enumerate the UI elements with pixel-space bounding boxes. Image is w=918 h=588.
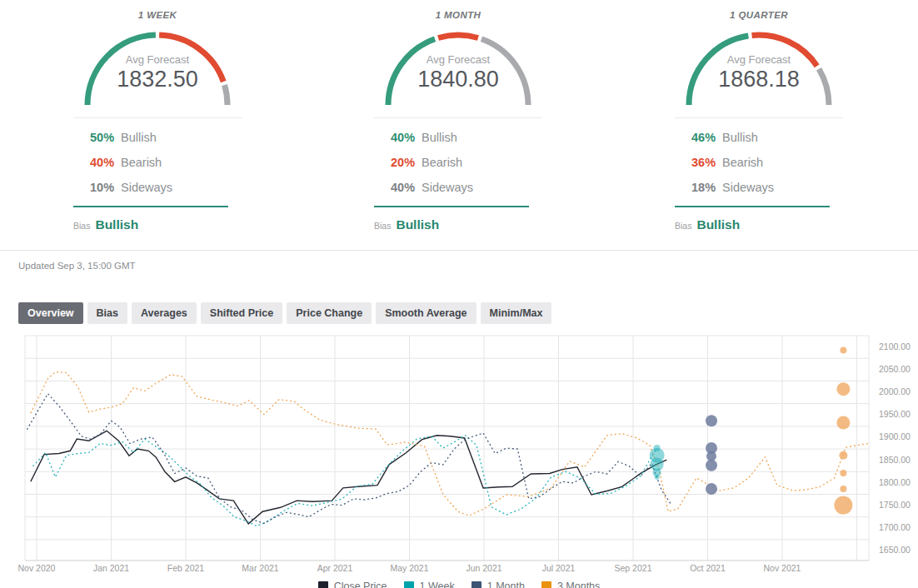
bullish-row: 50% Bullish (90, 125, 242, 150)
gauge-1-month: 1 MONTH Avg Forecast 1840.80 40% Bullish… (374, 10, 542, 232)
forecast-dot-3-months (836, 382, 850, 396)
y-axis-label: 1750.00 (879, 500, 911, 510)
forecast-dot-1-month (706, 415, 717, 426)
y-axis-label: 2050.00 (879, 364, 911, 374)
legend-swatch (471, 581, 481, 588)
x-axis-label: Feb 2021 (167, 563, 205, 573)
bullish-row: 46% Bullish (691, 125, 843, 150)
bias-value: Bullish (95, 217, 138, 232)
sideways-row: 10% Sideways (90, 175, 242, 200)
gauge-title: 1 QUARTER (675, 10, 843, 20)
tab-price-change[interactable]: Price Change (287, 302, 372, 324)
x-axis-label: Sep 2021 (615, 563, 652, 573)
x-axis-label: Apr 2021 (317, 563, 353, 573)
bias-underline (374, 206, 529, 207)
y-axis-label: 2100.00 (879, 341, 911, 351)
bias-value: Bullish (696, 217, 740, 232)
bearish-pct: 40% (90, 156, 121, 169)
bearish-arc-segment (438, 35, 478, 37)
y-axis-label: 1700.00 (879, 522, 911, 532)
y-axis-label: 1950.00 (879, 409, 911, 419)
bullish-label: Bullish (121, 131, 157, 144)
forecast-dot-3-months (839, 451, 847, 460)
sideways-pct: 40% (391, 181, 422, 194)
sideways-label: Sideways (722, 181, 774, 194)
legend-item-1-week[interactable]: 1 Week (404, 581, 455, 588)
updated-timestamp: Updated Sep 3, 15:00 GMT (18, 261, 918, 271)
forecast-dot-1-month (706, 483, 717, 495)
x-axis-label: Nov 2021 (764, 563, 801, 573)
bullish-row: 40% Bullish (391, 125, 542, 150)
sideways-label: Sideways (121, 181, 172, 194)
bias-value: Bullish (396, 217, 439, 232)
bearish-row: 36% Bearish (691, 150, 843, 175)
avg-forecast-value: 1832.50 (73, 67, 242, 92)
bias-underline (675, 206, 830, 207)
tab-shifted-price[interactable]: Shifted Price (201, 302, 282, 324)
gauge-1-week: 1 WEEK Avg Forecast 1832.50 50% Bullish … (73, 10, 242, 232)
legend-label: 1 Week (420, 581, 455, 588)
y-axis-label: 1650.00 (879, 545, 911, 555)
sideways-pct: 10% (90, 181, 121, 194)
forecast-chart-block: 2100.002050.002000.001950.001900.001850.… (0, 332, 918, 588)
x-axis-label: Jan 2021 (93, 563, 129, 573)
chart-legend: Close Price1 Week1 Month3 Months (0, 581, 918, 588)
sideways-row: 40% Sideways (391, 175, 542, 200)
tab-smooth-average[interactable]: Smooth Average (376, 302, 476, 324)
tab-averages[interactable]: Averages (132, 302, 197, 324)
legend-item-1-month[interactable]: 1 Month (471, 581, 525, 588)
y-axis-label: 1900.00 (879, 431, 911, 441)
x-axis-label: Oct 2021 (690, 563, 726, 573)
tab-overview[interactable]: Overview (18, 302, 83, 324)
forecast-dot-3-months (840, 346, 846, 353)
legend-swatch (541, 581, 551, 588)
bullish-pct: 46% (691, 131, 722, 144)
x-axis-label: Jul 2021 (542, 563, 576, 573)
avg-forecast-label: Avg Forecast (374, 53, 542, 66)
gauge-title: 1 WEEK (73, 10, 242, 20)
sideways-label: Sideways (422, 181, 473, 194)
avg-forecast-value: 1868.18 (675, 67, 843, 92)
gauge-1-quarter: 1 QUARTER Avg Forecast 1868.18 46% Bulli… (675, 10, 843, 232)
bias-label: Bias (675, 221, 691, 231)
avg-forecast-label: Avg Forecast (675, 53, 843, 66)
tab-bar: OverviewBiasAveragesShifted PricePrice C… (18, 302, 918, 324)
legend-swatch (318, 581, 328, 588)
x-axis-label: Jun 2021 (466, 563, 501, 573)
forecast-gauges-section: 1 WEEK Avg Forecast 1832.50 50% Bullish … (0, 0, 918, 232)
section-divider (0, 250, 918, 251)
forecast-dot-3-months (836, 416, 850, 430)
tab-minim-max[interactable]: Minim/Max (481, 302, 552, 324)
forecast-dot-1-month (706, 460, 717, 471)
sideways-row: 18% Sideways (691, 175, 843, 200)
legend-swatch (404, 581, 414, 588)
bearish-pct: 20% (391, 156, 422, 169)
y-axis-label: 1800.00 (879, 477, 911, 487)
bias-label: Bias (374, 221, 391, 231)
bearish-label: Bearish (121, 156, 162, 169)
y-axis-label: 1850.00 (879, 455, 911, 465)
bearish-pct: 36% (691, 156, 722, 169)
legend-item-close-price[interactable]: Close Price (318, 581, 387, 588)
forecast-dot-3-months (840, 486, 846, 492)
avg-forecast-value: 1840.80 (374, 67, 542, 92)
forecast-chart: 2100.002050.002000.001950.001900.001850.… (0, 332, 918, 576)
avg-forecast-label: Avg Forecast (73, 53, 242, 66)
bearish-row: 20% Bearish (391, 150, 542, 175)
sideways-pct: 18% (691, 181, 722, 194)
tab-bias[interactable]: Bias (87, 302, 127, 324)
bullish-pct: 40% (391, 131, 422, 144)
legend-label: Close Price (334, 581, 387, 588)
series-line-1-month (27, 394, 670, 524)
forecast-dot-3-months (840, 470, 846, 476)
forecast-dot-1-week (655, 475, 660, 480)
gauge-title: 1 MONTH (374, 10, 542, 20)
legend-item-3-months[interactable]: 3 Months (541, 581, 600, 588)
bearish-label: Bearish (722, 156, 763, 169)
legend-label: 1 Month (487, 581, 525, 588)
bias-underline (73, 206, 228, 207)
bullish-label: Bullish (422, 131, 457, 144)
forecast-dot-3-months (834, 496, 852, 515)
legend-label: 3 Months (557, 581, 600, 588)
bullish-pct: 50% (90, 131, 121, 144)
